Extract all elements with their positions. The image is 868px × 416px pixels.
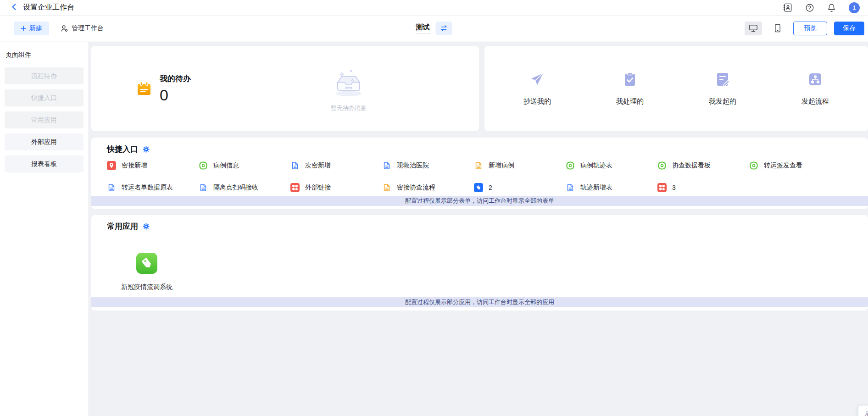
desktop-view-toggle[interactable] <box>745 22 762 35</box>
sidebar-component-item[interactable]: 流程待办 <box>5 67 83 84</box>
workbench-canvas: 我的待办 0 <box>89 42 868 416</box>
shortcut-item[interactable]: 3 <box>657 183 749 193</box>
preview-button[interactable]: 预览 <box>793 22 827 35</box>
sidebar-item-list: 流程待办 快捷入口 常用应用 外部应用 报表看板 <box>5 67 83 172</box>
top-header: 设置企业工作台 1 <box>0 0 868 16</box>
process-action-item[interactable]: 发起流程 <box>801 71 829 106</box>
shortcut-item[interactable]: 轨迹新增表 <box>566 183 657 193</box>
shortcut-item[interactable]: 转运名单数据原表 <box>107 183 199 193</box>
shortcut-label: 3 <box>672 184 676 191</box>
todo-count: 0 <box>160 86 191 104</box>
sidebar-component-item[interactable]: 报表看板 <box>5 155 83 172</box>
sidebar-component-item[interactable]: 常用应用 <box>5 111 83 128</box>
process-action-item[interactable]: 我处理的 <box>616 71 644 106</box>
monitor-icon <box>749 24 758 33</box>
apps-info-banner: 配置过程仅展示部分应用，访问工作台时显示全部的应用 <box>91 297 868 307</box>
shortcut-label: 外部链接 <box>305 183 331 192</box>
contacts-icon[interactable] <box>783 3 792 12</box>
help-icon[interactable] <box>805 3 814 12</box>
workbench-name[interactable]: 测试 <box>416 23 430 33</box>
shortcut-label: 密接新增 <box>122 161 147 170</box>
shortcut-item[interactable]: 病例轨迹表 <box>566 161 657 171</box>
shortcuts-settings-gear-icon[interactable] <box>143 146 150 153</box>
doc-orange-icon <box>474 161 483 170</box>
shortcut-label: 病例轨迹表 <box>580 161 612 170</box>
new-button[interactable]: 新建 <box>14 22 49 35</box>
shortcut-item[interactable]: 2 <box>474 183 566 193</box>
todo-card[interactable]: 我的待办 0 <box>91 46 479 131</box>
doc-blue-icon <box>566 183 575 192</box>
mobile-view-toggle[interactable] <box>769 22 786 35</box>
shortcut-label: 2 <box>489 184 492 191</box>
empty-inbox-illustration <box>331 67 367 100</box>
sidebar-item-label: 流程待办 <box>31 72 57 80</box>
sidebar-title: 页面组件 <box>6 51 83 59</box>
grid-red-icon <box>290 183 300 192</box>
shortcut-item[interactable]: 次密新增 <box>290 161 382 171</box>
apps-section-title: 常用应用 <box>107 221 138 232</box>
phone-icon <box>774 24 781 33</box>
shortcut-label: 现救治医院 <box>397 161 429 170</box>
pin-red-icon <box>107 161 116 170</box>
ring-green-icon <box>749 161 758 170</box>
shortcuts-info-banner: 配置过程仅展示部分表单，访问工作台时显示全部的表单 <box>91 196 868 206</box>
process-action-item[interactable]: 我发起的 <box>709 71 736 106</box>
bell-icon[interactable] <box>827 3 836 12</box>
manage-workbench-button[interactable]: 管理工作台 <box>60 24 104 33</box>
shortcuts-section-title: 快捷入口 <box>107 144 138 155</box>
shortcut-item[interactable]: 病例信息 <box>199 161 290 171</box>
shortcut-item[interactable]: 现救治医院 <box>382 161 474 171</box>
tag-blue-icon <box>474 183 483 192</box>
avatar[interactable]: 1 <box>849 2 860 13</box>
shortcut-item[interactable]: 新增病例 <box>474 161 566 171</box>
doc-blue-icon <box>290 161 300 170</box>
shortcut-item[interactable]: 转运派发查看 <box>749 161 841 171</box>
shortcut-item[interactable]: 隔离点扫码接收 <box>199 183 290 193</box>
process-action-label: 我处理的 <box>616 97 644 106</box>
shortcut-item[interactable]: 密接新增 <box>107 161 199 171</box>
sidebar-item-label: 外部应用 <box>31 138 57 146</box>
shortcut-label: 隔离点扫码接收 <box>213 183 258 192</box>
shortcuts-section-card: 快捷入口 密接新增 病例信息 次密新增 现救治医院 <box>91 138 868 209</box>
todo-empty-text: 暂无待办消息 <box>331 104 367 112</box>
ring-green-icon <box>566 161 575 170</box>
save-button[interactable]: 保存 <box>834 22 864 35</box>
shortcut-label: 次密新增 <box>305 161 331 170</box>
process-action-label: 抄送我的 <box>523 97 551 106</box>
back-button[interactable] <box>10 3 18 13</box>
todo-card-title: 我的待办 <box>160 73 191 84</box>
process-actions-card: 抄送我的 我处理的 我发起的 发起流程 <box>484 46 868 131</box>
apps-section-card: 常用应用 新冠疫情流调系统 配置过程仅展示部分应用，访问工作台时显示全部的应用 <box>91 215 868 311</box>
back-chevron-icon <box>10 3 18 13</box>
doc-blue-icon <box>199 183 208 192</box>
clipboard-check-icon <box>622 71 638 88</box>
shortcut-label: 转运名单数据原表 <box>122 183 173 192</box>
header-actions: 1 <box>783 2 860 13</box>
shortcut-item[interactable]: 外部链接 <box>290 183 382 193</box>
flowchart-icon <box>807 71 823 88</box>
paper-plane-icon <box>529 71 545 88</box>
switch-workbench-button[interactable] <box>436 22 452 35</box>
shortcut-item[interactable]: 密接协查流程 <box>382 183 474 193</box>
ring-green-icon <box>657 161 667 170</box>
shortcut-label: 新增病例 <box>489 161 514 170</box>
doc-blue-icon <box>107 183 116 192</box>
components-sidebar: 页面组件 流程待办 快捷入口 常用应用 外部应用 报表看板 <box>0 42 89 416</box>
app-tile[interactable]: 新冠疫情流调系统 <box>121 253 172 291</box>
sidebar-component-item[interactable]: 快捷入口 <box>5 89 83 106</box>
corner-record-box[interactable]: 录制 <box>858 405 868 416</box>
app-label: 新冠疫情流调系统 <box>121 283 172 291</box>
sidebar-component-item[interactable]: 外部应用 <box>5 133 83 150</box>
shortcut-label: 轨迹新增表 <box>580 183 612 192</box>
ring-green-icon <box>199 161 208 170</box>
sidebar-item-label: 快捷入口 <box>31 94 57 102</box>
edit-toolbar: 新建 管理工作台 测试 预览 保存 <box>0 16 868 41</box>
shortcut-label: 密接协查流程 <box>397 183 435 192</box>
apps-settings-gear-icon[interactable] <box>143 223 150 230</box>
shortcut-item[interactable]: 协查数据看板 <box>657 161 749 171</box>
shortcut-label: 病例信息 <box>213 161 239 170</box>
page-title: 设置企业工作台 <box>23 3 74 12</box>
process-action-item[interactable]: 抄送我的 <box>523 71 551 106</box>
sidebar-item-label: 常用应用 <box>31 116 57 124</box>
doc-orange-icon <box>382 183 391 192</box>
